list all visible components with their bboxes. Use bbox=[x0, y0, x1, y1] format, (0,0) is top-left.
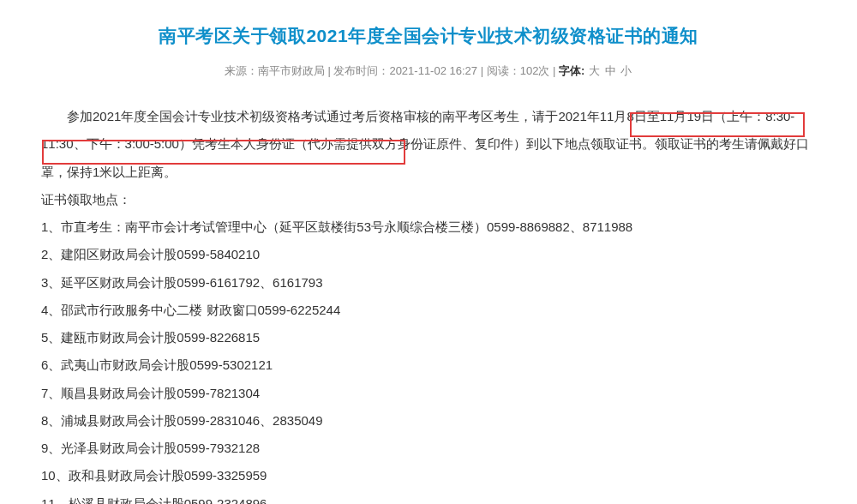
read-label: 阅读： bbox=[487, 64, 520, 77]
article-content: 参加2021年度全国会计专业技术初级资格考试通过考后资格审核的南平考区考生，请于… bbox=[41, 103, 816, 504]
location-item: 11、松溪县财政局会计股0599-2324896 bbox=[41, 490, 816, 505]
sep: | bbox=[325, 64, 334, 77]
location-item: 7、顺昌县财政局会计股0599-7821304 bbox=[41, 380, 816, 407]
location-item: 6、武夷山市财政局会计股0599-5302121 bbox=[41, 351, 816, 379]
read-value: 102次 bbox=[520, 64, 550, 77]
font-size-medium[interactable]: 中 bbox=[605, 64, 616, 77]
sep: | bbox=[477, 64, 487, 77]
location-item: 8、浦城县财政局会计股0599-2831046、2835049 bbox=[41, 407, 816, 435]
location-item: 9、光泽县财政局会计股0599-7932128 bbox=[41, 435, 816, 462]
font-label: 字体: bbox=[559, 64, 584, 77]
font-size-large[interactable]: 大 bbox=[589, 64, 600, 77]
para1-pre: 参加2021年度全国会计专业技术初级资格考试通过考后资格审核的南平考区考生，请于 bbox=[67, 109, 558, 123]
source-value: 南平市财政局 bbox=[258, 64, 325, 77]
location-item: 5、建瓯市财政局会计股0599-8226815 bbox=[41, 324, 816, 351]
font-size-small[interactable]: 小 bbox=[620, 64, 632, 77]
sep: | bbox=[549, 64, 559, 77]
pubtime-value: 2021-11-02 16:27 bbox=[389, 64, 477, 77]
location-item: 2、建阳区财政局会计股0599-5840210 bbox=[41, 241, 816, 268]
page-title: 南平考区关于领取2021年度全国会计专业技术初级资格证书的通知 bbox=[41, 24, 816, 48]
source-label: 来源： bbox=[225, 64, 258, 77]
pubtime-label: 发布时间： bbox=[333, 64, 389, 77]
meta-info: 来源：南平市财政局 | 发布时间：2021-11-02 16:27 | 阅读：1… bbox=[41, 63, 816, 79]
location-item: 1、市直考生：南平市会计考试管理中心（延平区鼓楼街53号永顺综合楼三楼）0599… bbox=[41, 213, 816, 241]
location-item: 4、邵武市行政服务中心二楼 财政窗口0599-6225244 bbox=[41, 297, 816, 324]
location-item: 3、延平区财政局会计股0599-6161792、6161793 bbox=[41, 269, 816, 297]
highlight-text-1: 2021年11月8日至 bbox=[558, 109, 659, 123]
paragraph-1: 参加2021年度全国会计专业技术初级资格考试通过考后资格审核的南平考区考生，请于… bbox=[41, 103, 816, 186]
location-item: 10、政和县财政局会计股0599-3325959 bbox=[41, 462, 816, 489]
locations-label: 证书领取地点： bbox=[41, 186, 816, 213]
